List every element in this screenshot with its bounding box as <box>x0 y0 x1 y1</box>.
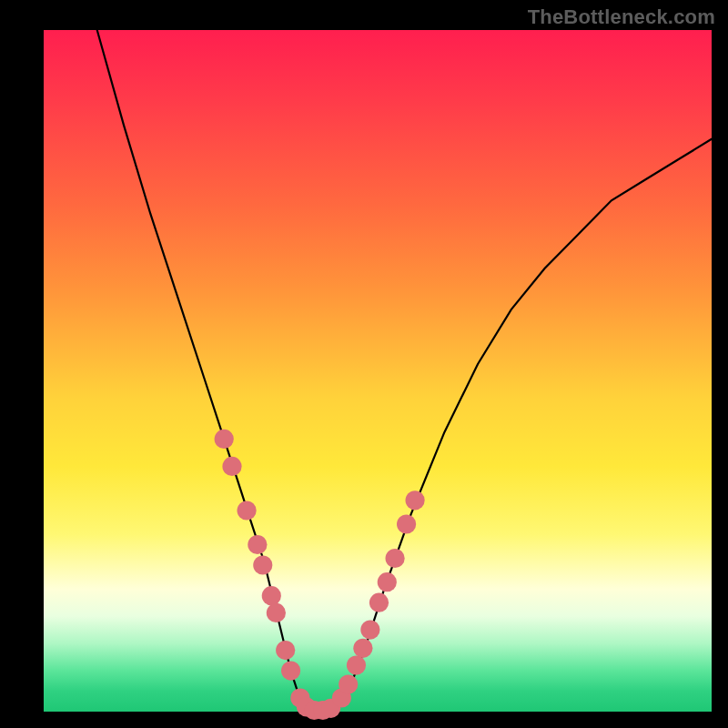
chart-svg <box>44 30 712 712</box>
curve-marker <box>253 555 272 574</box>
watermark-label: TheBottleneck.com <box>528 5 715 29</box>
curve-marker <box>222 457 241 476</box>
plot-area <box>44 30 712 712</box>
curve-marker <box>406 490 425 510</box>
curve-marker <box>215 430 234 449</box>
curve-marker <box>339 674 358 693</box>
curve-marker <box>347 656 366 675</box>
curve-marker <box>248 535 267 554</box>
curve-marker <box>378 572 397 592</box>
curve-marker <box>281 662 300 681</box>
outer-frame: TheBottleneck.com <box>0 0 728 728</box>
curve-marker <box>262 586 281 605</box>
marker-group <box>215 430 425 720</box>
curve-marker <box>238 500 257 520</box>
curve-marker <box>267 603 286 622</box>
curve-marker <box>276 641 295 660</box>
curve-marker <box>360 621 379 640</box>
curve-marker <box>369 593 389 612</box>
curve-line <box>97 30 712 712</box>
curve-marker <box>353 639 372 658</box>
curve-marker <box>397 514 416 533</box>
curve-marker <box>386 549 405 568</box>
